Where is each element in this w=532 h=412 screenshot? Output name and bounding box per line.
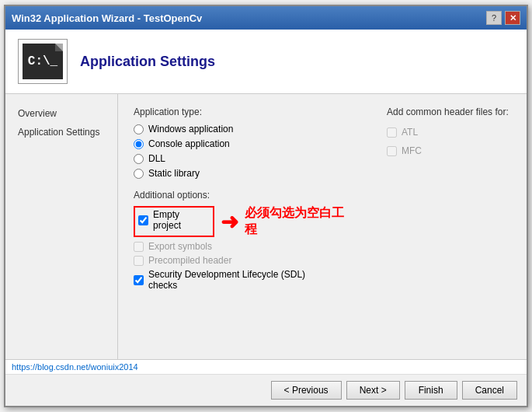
- checkbox-empty-project-input[interactable]: [138, 215, 148, 225]
- content-area: Application type: Windows application Co…: [118, 94, 527, 359]
- app-type-label: Application type:: [134, 106, 356, 117]
- checkbox-atl[interactable]: ATL: [387, 127, 511, 138]
- radio-group-app-type: Windows application Console application …: [134, 124, 356, 179]
- icon-text: C:\_: [28, 54, 57, 68]
- checkbox-precompiled-header-label: Precompiled header: [148, 255, 231, 266]
- app-icon: C:\_: [18, 39, 68, 84]
- finish-button[interactable]: Finish: [405, 381, 457, 400]
- title-bar-controls: ? ✕: [486, 11, 520, 25]
- main-content: Overview Application Settings Applicatio…: [5, 94, 527, 359]
- radio-static[interactable]: Static library: [134, 168, 356, 179]
- footer: https://blog.csdn.net/woniuix2014 < Prev…: [5, 359, 527, 406]
- checkbox-sdl-checks[interactable]: Security Development Lifecycle (SDL) che…: [134, 269, 312, 291]
- footer-buttons: < Previous Next > Finish Cancel: [5, 375, 527, 406]
- common-headers-label: Add common header files for:: [387, 106, 511, 117]
- checkbox-empty-project-label: Empty project: [153, 209, 210, 231]
- title-bar: Win32 Application Wizard - TestOpenCv ? …: [5, 6, 527, 30]
- checkbox-precompiled-header-input[interactable]: [134, 256, 144, 266]
- radio-dll-input[interactable]: [134, 154, 144, 164]
- additional-label: Additional options:: [134, 190, 356, 201]
- sidebar-item-application-settings[interactable]: Application Settings: [15, 125, 108, 139]
- checkbox-export-symbols-input[interactable]: [134, 242, 144, 252]
- arrow-annotation: ➜ 必须勾选为空白工程: [221, 205, 356, 238]
- radio-windows-label: Windows application: [148, 124, 233, 134]
- red-arrow-icon: ➜: [221, 209, 238, 235]
- title-bar-text: Win32 Application Wizard - TestOpenCv: [12, 12, 202, 24]
- checkbox-sdl-label: Security Development Lifecycle (SDL) che…: [148, 269, 312, 291]
- radio-static-input[interactable]: [134, 169, 144, 179]
- sidebar-item-overview[interactable]: Overview: [15, 106, 108, 120]
- radio-console-label: Console application: [148, 138, 230, 149]
- checkbox-mfc-label: MFC: [402, 145, 422, 156]
- dialog-window: Win32 Application Wizard - TestOpenCv ? …: [4, 5, 528, 407]
- two-column-layout: Application type: Windows application Co…: [134, 106, 511, 294]
- empty-project-row: Empty project ➜ 必须勾选为空白工程: [134, 205, 356, 238]
- empty-project-box: Empty project: [134, 206, 214, 237]
- next-button[interactable]: Next >: [346, 381, 400, 400]
- radio-console[interactable]: Console application: [134, 138, 356, 149]
- checkbox-mfc[interactable]: MFC: [387, 145, 511, 156]
- sidebar: Overview Application Settings: [5, 94, 118, 359]
- cancel-button[interactable]: Cancel: [462, 381, 517, 400]
- app-icon-inner: C:\_: [23, 44, 63, 79]
- previous-button[interactable]: < Previous: [271, 381, 342, 400]
- checkbox-precompiled-header[interactable]: Precompiled header: [134, 255, 356, 266]
- checkbox-sdl-input[interactable]: [134, 275, 144, 285]
- header-section: C:\_ Application Settings: [5, 30, 527, 94]
- help-button[interactable]: ?: [486, 11, 502, 25]
- radio-static-label: Static library: [148, 168, 200, 179]
- annotation-text: 必须勾选为空白工程: [245, 205, 356, 238]
- checkbox-mfc-input[interactable]: [387, 146, 397, 156]
- checkbox-export-symbols[interactable]: Export symbols: [134, 241, 356, 252]
- radio-console-input[interactable]: [134, 139, 144, 149]
- checkbox-atl-input[interactable]: [387, 127, 397, 138]
- radio-windows[interactable]: Windows application: [134, 124, 356, 134]
- checkbox-atl-label: ATL: [402, 127, 418, 138]
- left-column: Application type: Windows application Co…: [134, 106, 356, 294]
- right-column: Add common header files for: ATL MFC: [387, 106, 511, 294]
- dialog-body: C:\_ Application Settings Overview Appli…: [5, 30, 527, 406]
- checkbox-export-symbols-label: Export symbols: [148, 241, 212, 252]
- close-button[interactable]: ✕: [505, 11, 520, 25]
- radio-windows-input[interactable]: [134, 124, 144, 134]
- footer-url: https://blog.csdn.net/woniuix2014: [5, 360, 527, 375]
- additional-options: Additional options: Empty project: [134, 190, 356, 291]
- radio-dll[interactable]: DLL: [134, 153, 356, 164]
- checkbox-empty-project[interactable]: Empty project: [138, 209, 210, 231]
- radio-dll-label: DLL: [148, 153, 165, 164]
- page-title: Application Settings: [80, 54, 215, 70]
